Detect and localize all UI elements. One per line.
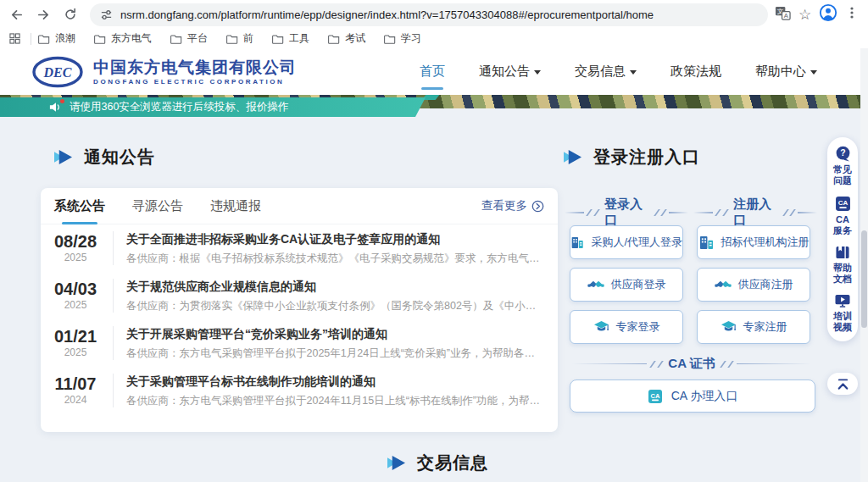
- bookmark-folder[interactable]: 东方电气: [94, 31, 152, 46]
- notice-list-item[interactable]: 08/28 2025 关于全面推进非招标采购业务CA认证及电子签章应用的通知 各…: [41, 224, 558, 272]
- section-arrow-icon: [386, 454, 407, 472]
- divider: [113, 279, 114, 313]
- chevron-down-icon: [534, 70, 541, 75]
- announcement-ticker: 请使用360安全浏览器进行后续投标、报价操作: [0, 97, 426, 117]
- company-logo[interactable]: DEC 中国东方电气集团有限公司 DONGFANG ELECTRIC CORPO…: [31, 55, 297, 89]
- view-more-link[interactable]: 查看更多: [481, 198, 544, 213]
- profile-avatar[interactable]: [819, 3, 837, 25]
- dec-oval-logo-icon: DEC: [31, 55, 85, 89]
- reload-icon: [64, 8, 77, 21]
- login-entry-header: 登录入口: [565, 197, 688, 229]
- browser-forward-button[interactable]: [32, 3, 54, 25]
- bookmark-star-icon[interactable]: ☆: [798, 8, 811, 22]
- notice-excerpt: 各供应商：根据《电子招标投标系统技术规范》《电子采购交易规范》要求，东方电气采购…: [126, 251, 544, 266]
- nav-trade-info[interactable]: 交易信息: [575, 48, 637, 95]
- svg-text:CA: CA: [837, 199, 848, 207]
- folder-icon: [384, 34, 396, 44]
- agency-register-button[interactable]: 招标代理机构注册: [697, 225, 810, 259]
- video-player-icon: [834, 294, 851, 308]
- expert-register-button[interactable]: 专家注册: [697, 310, 810, 344]
- notice-title[interactable]: 关于采购管理平台标书在线制作功能培训的通知: [126, 374, 540, 390]
- floating-sidebar: ? 常见问题 CA CA服务 帮助文档 培训视频: [827, 137, 858, 341]
- sidebar-item-help-docs[interactable]: 帮助文档: [832, 246, 854, 285]
- notice-list-item[interactable]: 11/07 2024 关于采购管理平台标书在线制作功能培训的通知 各供应商：东方…: [41, 367, 558, 414]
- expert-login-button[interactable]: 专家登录: [570, 310, 683, 344]
- nav-policies[interactable]: 政策法规: [670, 48, 721, 95]
- url-bar[interactable]: nsrm.dongfang.com/platform/runtime/epp/d…: [90, 3, 768, 26]
- notice-date: 11/07 2024: [51, 374, 100, 407]
- notice-date: 04/03 2025: [51, 280, 100, 312]
- url-text: nsrm.dongfang.com/platform/runtime/epp/d…: [120, 8, 654, 21]
- notice-date: 01/21 2025: [51, 327, 100, 359]
- nav-help-center[interactable]: 帮助中心: [755, 48, 817, 95]
- bookmark-folder[interactable]: 学习: [384, 31, 421, 46]
- bookmark-folder[interactable]: 考试: [328, 31, 365, 46]
- divider: [113, 374, 114, 407]
- bookmarks-bar: 浪潮 东方电气 平台 前 工具 考试 学习: [0, 29, 868, 48]
- bookmark-folder[interactable]: 工具: [272, 31, 309, 46]
- notice-title[interactable]: 关于规范供应商企业规模信息的通知: [126, 279, 544, 295]
- site-header: DEC 中国东方电气集团有限公司 DONGFANG ELECTRIC CORPO…: [0, 48, 868, 95]
- notice-excerpt: 各供应商：东方电气采购管理平台拟于2025年1月24日上线“竞价采购”业务，为帮…: [126, 346, 544, 361]
- circle-arrow-icon: [531, 200, 544, 213]
- notice-list-item[interactable]: 01/21 2025 关于开展采购管理平台“竞价采购业务”培训的通知 各供应商：…: [41, 319, 558, 367]
- tab-sourcing-notices[interactable]: 寻源公告: [132, 188, 183, 224]
- building-icon: [698, 235, 715, 250]
- notice-title[interactable]: 关于开展采购管理平台“竞价采购业务”培训的通知: [126, 326, 544, 342]
- question-bubble-icon: ?: [834, 146, 852, 162]
- browser-reload-button[interactable]: [59, 3, 81, 25]
- section-arrow-icon: [53, 148, 74, 166]
- svg-text:CA: CA: [650, 391, 659, 399]
- supplier-register-button[interactable]: 供应商注册: [697, 268, 810, 302]
- notification-dot: [60, 99, 64, 103]
- folder-icon: [226, 34, 238, 44]
- site-settings-icon: [100, 8, 113, 21]
- divider: [113, 231, 114, 265]
- folder-icon: [38, 34, 50, 44]
- supplier-login-button[interactable]: 供应商登录: [570, 268, 683, 302]
- trade-section-header: 交易信息: [386, 452, 488, 474]
- sidebar-item-ca-service[interactable]: CA CA服务: [832, 196, 854, 236]
- notice-date: 08/28 2025: [51, 232, 100, 264]
- tab-violation-reports[interactable]: 违规通报: [210, 188, 261, 224]
- register-entry-header: 注册入口: [693, 197, 817, 229]
- sidebar-item-faq[interactable]: ? 常见问题: [832, 146, 854, 186]
- speaker-icon: [49, 102, 63, 113]
- bookmark-folder[interactable]: 平台: [170, 31, 208, 46]
- notice-list-item[interactable]: 04/03 2025 关于规范供应商企业规模信息的通知 各供应商：为贯彻落实《保…: [41, 272, 558, 319]
- company-name-cn: 中国东方电气集团有限公司: [93, 58, 297, 77]
- back-to-top-button[interactable]: [827, 373, 858, 395]
- folder-icon: [170, 34, 182, 44]
- browser-back-button[interactable]: [5, 3, 27, 25]
- ca-badge-icon: CA: [835, 196, 851, 212]
- tab-system-notices[interactable]: 系统公告: [54, 188, 105, 224]
- ca-apply-button[interactable]: CA CA 办理入口: [570, 380, 815, 413]
- scrollbar-track: [860, 48, 868, 482]
- section-arrow-icon: [562, 148, 583, 166]
- translate-icon[interactable]: 文A: [775, 5, 791, 25]
- section-title: 通知公告: [84, 146, 155, 169]
- chevron-down-icon: [810, 70, 817, 75]
- scrollbar-thumb[interactable]: [861, 230, 867, 328]
- sidebar-item-training-videos[interactable]: 培训视频: [832, 294, 854, 333]
- company-name-en: DONGFANG ELECTRIC CORPORATION: [93, 77, 297, 86]
- notices-section-header: 通知公告: [53, 146, 155, 169]
- graduation-cap-icon: [593, 320, 609, 334]
- divider: [31, 33, 31, 45]
- notice-title[interactable]: 关于全面推进非招标采购业务CA认证及电子签章应用的通知: [126, 231, 544, 247]
- handshake-icon: [715, 279, 732, 291]
- graduation-cap-icon: [721, 320, 737, 334]
- bookmark-folder[interactable]: 前: [226, 31, 253, 46]
- apps-grid-icon[interactable]: [3, 28, 25, 50]
- browser-menu-icon[interactable]: [845, 5, 859, 24]
- svg-text:?: ?: [840, 148, 845, 158]
- purchaser-login-button[interactable]: 采购人/代理人登录: [570, 225, 683, 259]
- bookmark-folder[interactable]: 浪潮: [38, 31, 75, 46]
- back-arrow-icon: [9, 8, 24, 22]
- building-icon: [570, 235, 584, 250]
- notice-excerpt: 各供应商：为贯彻落实《保障中小企业款项支付条例》（国务院令第802号）及《中小企…: [126, 298, 544, 313]
- nav-home[interactable]: 首页: [420, 48, 445, 95]
- section-title: 登录注册入口: [593, 146, 700, 169]
- nav-notices[interactable]: 通知公告: [479, 48, 541, 95]
- back-to-top-icon: [837, 379, 849, 390]
